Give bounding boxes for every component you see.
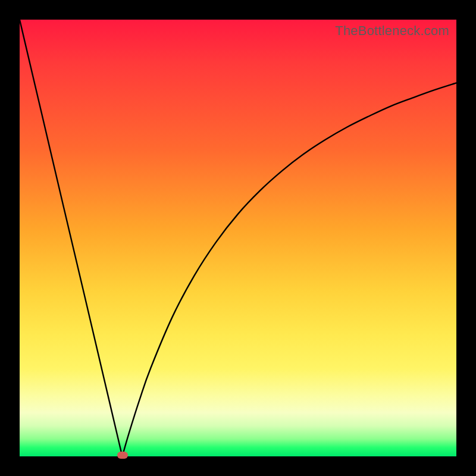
bottleneck-curve [20,20,456,456]
curve-path [20,20,456,456]
chart-frame: TheBottleneck.com [0,0,476,476]
minimum-marker [117,452,128,459]
plot-area: TheBottleneck.com [20,20,456,456]
